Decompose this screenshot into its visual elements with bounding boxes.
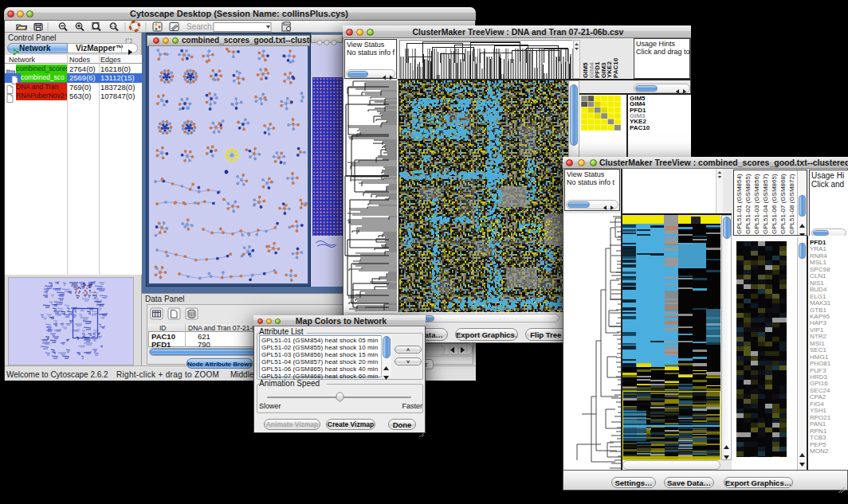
svg-text:1:1: 1:1 (111, 24, 116, 28)
svg-text:Search:: Search: (186, 22, 214, 31)
